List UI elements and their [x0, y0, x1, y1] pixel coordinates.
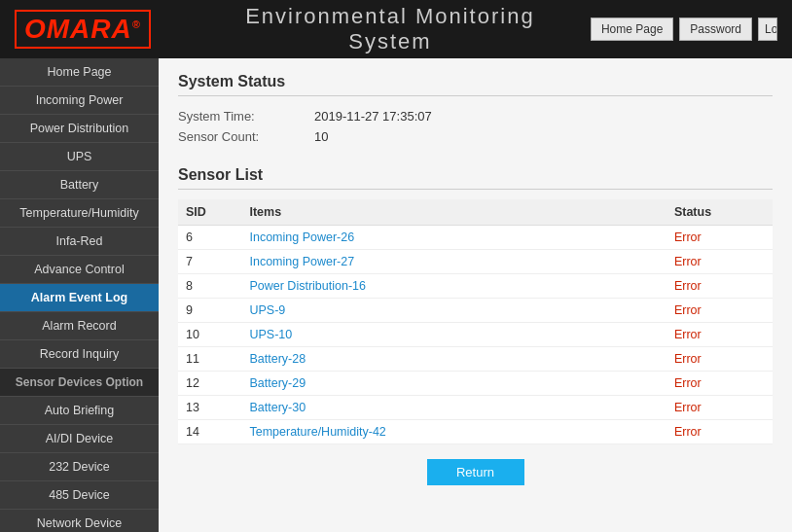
- sidebar-item-ups[interactable]: UPS: [0, 143, 159, 171]
- main-content: System Status System Time: 2019-11-27 17…: [159, 58, 792, 532]
- sidebar-item-alarm-event-log[interactable]: Alarm Event Log: [0, 284, 159, 312]
- sensor-item-link[interactable]: Battery-30: [241, 396, 666, 420]
- sensor-item-link[interactable]: Incoming Power-27: [241, 250, 666, 274]
- table-row: 6Incoming Power-26Error: [178, 226, 773, 250]
- layout: Home Page Incoming Power Power Distribut…: [0, 58, 792, 532]
- sidebar-item-incoming-power[interactable]: Incoming Power: [0, 87, 159, 115]
- sensor-status: Error: [666, 420, 773, 444]
- system-time-value: 2019-11-27 17:35:07: [314, 109, 432, 124]
- table-row: 13Battery-30Error: [178, 396, 773, 420]
- sensor-count-label: Sensor Count:: [178, 129, 314, 144]
- sensor-status: Error: [666, 347, 773, 372]
- table-row: 11Battery-28Error: [178, 347, 773, 372]
- sidebar-item-record-inquiry[interactable]: Record Inquiry: [0, 340, 159, 369]
- logo-text: OMARA: [24, 14, 132, 44]
- sensor-count-row: Sensor Count: 10: [178, 126, 773, 147]
- sidebar-item-home-page[interactable]: Home Page: [0, 58, 159, 87]
- sensor-item-link[interactable]: Battery-29: [241, 372, 666, 396]
- sidebar-item-power-distribution[interactable]: Power Distribution: [0, 115, 159, 143]
- table-row: 8Power Distribution-16Error: [178, 274, 773, 299]
- sidebar-item-infa-red[interactable]: Infa-Red: [0, 228, 159, 256]
- header-buttons: Home Page Password Lo: [591, 18, 777, 41]
- sidebar-item-advance-control[interactable]: Advance Control: [0, 256, 159, 284]
- sensor-sid: 14: [178, 420, 241, 444]
- table-row: 14Temperature/Humidity-42Error: [178, 420, 773, 444]
- sensor-count-value: 10: [314, 129, 328, 144]
- sidebar-item-232-device[interactable]: 232 Device: [0, 453, 159, 481]
- sensor-item-link[interactable]: Power Distribution-16: [241, 274, 666, 299]
- sensor-status: Error: [666, 274, 773, 299]
- sensor-sid: 12: [178, 372, 241, 396]
- sensor-sid: 7: [178, 250, 241, 274]
- sensor-sid: 9: [178, 299, 241, 323]
- table-row: 12Battery-29Error: [178, 372, 773, 396]
- col-header-sid: SID: [178, 199, 241, 226]
- sidebar-item-temperature-humidity[interactable]: Temperature/Humidity: [0, 199, 159, 228]
- sensor-sid: 11: [178, 347, 241, 372]
- table-row: 7Incoming Power-27Error: [178, 250, 773, 274]
- sidebar-item-485-device[interactable]: 485 Device: [0, 481, 159, 510]
- sensor-sid: 10: [178, 323, 241, 347]
- table-row: 10UPS-10Error: [178, 323, 773, 347]
- system-info-table: System Time: 2019-11-27 17:35:07 Sensor …: [178, 106, 773, 147]
- sensor-status: Error: [666, 372, 773, 396]
- sensor-status: Error: [666, 250, 773, 274]
- return-button[interactable]: Return: [427, 459, 524, 485]
- sensor-sid: 8: [178, 274, 241, 299]
- sensor-status: Error: [666, 323, 773, 347]
- sensor-status: Error: [666, 299, 773, 323]
- sensor-status: Error: [666, 396, 773, 420]
- sensor-item-link[interactable]: Temperature/Humidity-42: [241, 420, 666, 444]
- sidebar-section-sensor-devices: Sensor Devices Option: [0, 369, 159, 397]
- sensor-item-link[interactable]: UPS-9: [241, 299, 666, 323]
- sensor-item-link[interactable]: Incoming Power-26: [241, 226, 666, 250]
- sensor-list-title: Sensor List: [178, 166, 773, 190]
- col-header-items: Items: [241, 199, 666, 226]
- system-time-label: System Time:: [178, 109, 314, 124]
- sidebar-item-auto-briefing[interactable]: Auto Briefing: [0, 397, 159, 425]
- sensor-sid: 13: [178, 396, 241, 420]
- header-title: Environmental Monitoring System: [209, 4, 571, 54]
- system-status-title: System Status: [178, 73, 773, 96]
- col-header-status: Status: [666, 199, 773, 226]
- header: OMARA® Environmental Monitoring System H…: [0, 0, 792, 58]
- logo: OMARA®: [15, 10, 151, 49]
- sensor-sid: 6: [178, 226, 241, 250]
- table-row: 9UPS-9Error: [178, 299, 773, 323]
- sidebar-item-network-device[interactable]: Network Device: [0, 510, 159, 532]
- sensor-item-link[interactable]: Battery-28: [241, 347, 666, 372]
- sensor-table: SID Items Status 6Incoming Power-26Error…: [178, 199, 773, 444]
- sidebar-item-ai-di-device[interactable]: AI/DI Device: [0, 425, 159, 453]
- sidebar: Home Page Incoming Power Power Distribut…: [0, 58, 159, 532]
- password-button[interactable]: Password: [679, 18, 752, 41]
- sensor-status: Error: [666, 226, 773, 250]
- sidebar-item-alarm-record[interactable]: Alarm Record: [0, 312, 159, 340]
- table-header-row: SID Items Status: [178, 199, 773, 226]
- system-time-row: System Time: 2019-11-27 17:35:07: [178, 106, 773, 126]
- home-page-button[interactable]: Home Page: [591, 18, 673, 41]
- sensor-item-link[interactable]: UPS-10: [241, 323, 666, 347]
- sidebar-item-battery[interactable]: Battery: [0, 171, 159, 199]
- logo-sup: ®: [132, 18, 141, 30]
- logout-button[interactable]: Lo: [758, 18, 777, 41]
